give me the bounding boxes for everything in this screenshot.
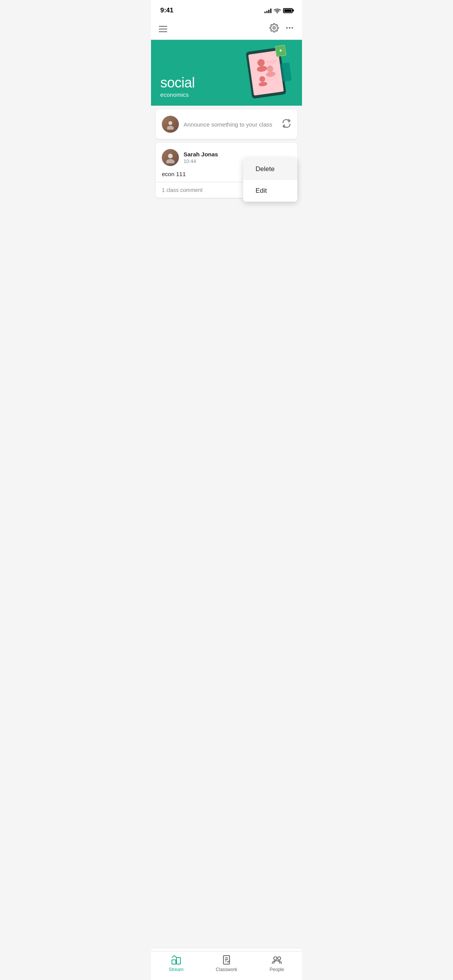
svg-text:✦: ✦	[278, 47, 283, 53]
hero-text: social economics	[160, 75, 195, 98]
status-icons	[264, 8, 293, 13]
announce-placeholder[interactable]: Announce something to your class	[184, 121, 277, 128]
post-author-avatar	[162, 149, 179, 166]
refresh-icon	[282, 119, 291, 128]
signal-icon	[264, 8, 271, 13]
class-title: social	[160, 75, 195, 91]
svg-point-21	[168, 121, 172, 125]
post-header: Sarah Jonas 10:44 Delete Edit	[156, 143, 297, 171]
svg-point-23	[168, 154, 173, 158]
svg-point-1	[286, 27, 288, 29]
hamburger-menu-button[interactable]	[159, 26, 167, 32]
edit-menu-item[interactable]: Edit	[243, 180, 297, 202]
refresh-button[interactable]	[282, 119, 291, 130]
announce-card[interactable]: Announce something to your class	[156, 110, 297, 139]
delete-menu-item[interactable]: Delete	[243, 158, 297, 180]
battery-icon	[283, 8, 293, 13]
settings-button[interactable]	[269, 23, 279, 35]
svg-rect-5	[248, 50, 284, 96]
post-context-menu: Delete Edit	[243, 158, 297, 202]
post-author-name: Sarah Jonas	[184, 151, 291, 158]
hero-banner: social economics ✦	[151, 40, 302, 106]
post-card: Sarah Jonas 10:44 Delete Edit econ 111 1…	[156, 143, 297, 198]
more-options-button[interactable]	[285, 23, 294, 35]
author-avatar-image	[162, 149, 179, 166]
top-nav	[151, 19, 302, 40]
wifi-icon	[274, 8, 281, 13]
content-spacer	[151, 200, 302, 316]
svg-point-3	[292, 27, 293, 29]
svg-point-0	[273, 27, 275, 29]
top-nav-actions	[269, 23, 294, 35]
class-subtitle: economics	[160, 91, 195, 98]
hero-illustration: ✦	[236, 42, 298, 106]
more-dots-icon	[285, 23, 294, 33]
status-bar: 9:41	[151, 0, 302, 19]
comments-count[interactable]: 1 class comment	[162, 187, 202, 193]
user-avatar	[162, 116, 179, 133]
gear-icon	[269, 23, 279, 33]
svg-point-24	[166, 159, 175, 163]
svg-point-2	[289, 27, 290, 29]
status-time: 9:41	[160, 7, 173, 14]
svg-point-22	[167, 126, 174, 130]
